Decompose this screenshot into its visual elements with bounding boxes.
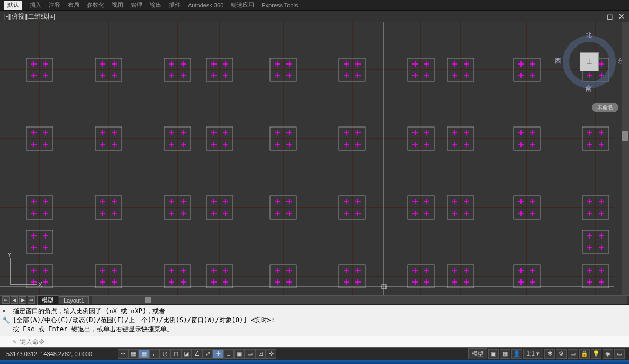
menu-item-featured[interactable]: 精选应用 — [231, 1, 254, 9]
command-input[interactable] — [20, 338, 625, 345]
tab-layout1[interactable]: Layout1 — [59, 296, 89, 304]
status-ann-auto-icon[interactable]: ✱ — [544, 349, 555, 359]
command-prompt-icon: ✎ — [13, 338, 16, 345]
status-clean-icon[interactable]: ▭ — [614, 349, 625, 359]
command-line-1: 指定窗口的角点，输入比例因子 (nX 或 nXP)，或者 — [13, 307, 625, 316]
status-3dosnap-icon[interactable]: ◪ — [181, 349, 192, 359]
status-polar-icon[interactable]: ◷ — [160, 349, 170, 359]
command-input-row: ✎ — [0, 336, 629, 347]
menu-item-express[interactable]: Express Tools — [262, 2, 298, 8]
menu-item-manage[interactable]: 管理 — [131, 1, 142, 9]
tab-last-icon[interactable]: ⇥ — [28, 296, 35, 304]
status-lwt-icon[interactable]: ≡ — [223, 349, 234, 359]
viewcube-unnamed-button[interactable]: 未命名 — [592, 103, 618, 112]
viewcube-south-label[interactable]: 南 — [586, 84, 592, 93]
command-line-2: [全部(A)/中心(C)/动态(D)/范围(E)/上一个(P)/比例(S)/窗口… — [13, 316, 625, 325]
command-tool-icon[interactable]: 🔧 — [2, 316, 10, 324]
status-sc-icon[interactable]: ⊡ — [255, 349, 266, 359]
close-icon[interactable]: ✕ — [618, 12, 625, 21]
status-toolbar-icon[interactable]: ▭ — [568, 349, 578, 359]
status-dyn-icon[interactable]: ✚ — [213, 349, 223, 359]
status-infer-icon[interactable]: ⊹ — [118, 349, 128, 359]
command-area: ✕ 🔧 指定窗口的角点，输入比例因子 (nX 或 nXP)，或者 [全部(A)/… — [0, 305, 629, 347]
horizontal-scrollbar[interactable] — [92, 296, 627, 304]
vertical-scrollbar[interactable] — [622, 22, 629, 295]
status-qp-icon[interactable]: ▭ — [245, 349, 255, 359]
status-osnap-icon[interactable]: ◻ — [170, 349, 181, 359]
status-layout-icon[interactable]: ▣ — [488, 349, 499, 359]
windows-taskbar[interactable] — [0, 360, 629, 364]
status-ann-vis-icon[interactable]: 👤 — [511, 349, 522, 359]
status-snap-icon[interactable]: ▦ — [128, 349, 139, 359]
menu-item-plugins[interactable]: 插件 — [169, 1, 181, 9]
tab-next-icon[interactable]: ▶ — [19, 296, 26, 304]
status-scale-button[interactable]: 1:1 ▾ — [523, 349, 543, 359]
status-coordinates: 53173.0312, 14348.2782, 0.0000 — [4, 351, 115, 357]
viewcube-north-label[interactable]: 北 — [586, 31, 592, 40]
status-tpy-icon[interactable]: ▣ — [234, 349, 245, 359]
tab-first-icon[interactable]: ⇤ — [2, 296, 10, 304]
status-ducs-icon[interactable]: ↗ — [202, 349, 213, 359]
drawing-canvas[interactable] — [0, 22, 629, 295]
status-isolate-icon[interactable]: ◉ — [603, 349, 613, 359]
viewcube[interactable]: 上 北 南 东 西 未命名 — [560, 33, 618, 91]
status-otrack-icon[interactable]: ∠ — [192, 349, 202, 359]
viewcube-west-label[interactable]: 西 — [555, 57, 561, 66]
menu-bar: 默认 插入 注释 布局 参数化 视图 管理 输出 插件 Autodesk 360… — [0, 0, 629, 11]
h-scrollbar-thumb[interactable] — [145, 297, 151, 303]
drawing-area[interactable]: 上 北 南 东 西 未命名 X Y — [0, 22, 629, 295]
status-ortho-icon[interactable]: ⌐ — [149, 349, 160, 359]
command-close-icon[interactable]: ✕ — [2, 307, 6, 314]
status-ws-icon[interactable]: ⚙ — [556, 349, 567, 359]
menu-item-parametric[interactable]: 参数化 — [87, 1, 104, 9]
menu-item-insert[interactable]: 插入 — [30, 1, 41, 9]
status-am-icon[interactable]: ⊹ — [266, 349, 276, 359]
command-history: ✕ 🔧 指定窗口的角点，输入比例因子 (nX 或 nXP)，或者 [全部(A)/… — [0, 305, 629, 336]
tab-model[interactable]: 模型 — [37, 295, 58, 305]
status-qv-icon[interactable]: ▦ — [500, 349, 510, 359]
status-model-button[interactable]: 模型 — [468, 348, 487, 359]
scrollbar-thumb[interactable] — [622, 131, 628, 141]
menu-item-view[interactable]: 视图 — [112, 1, 123, 9]
status-grid-icon[interactable]: ▦ — [139, 349, 149, 359]
menu-item-default[interactable]: 默认 — [4, 1, 22, 10]
menu-item-autodesk360[interactable]: Autodesk 360 — [188, 2, 223, 8]
status-bar: 53173.0312, 14348.2782, 0.0000 ⊹ ▦ ▦ ⌐ ◷… — [0, 347, 629, 360]
menu-item-output[interactable]: 输出 — [150, 1, 161, 9]
minimize-icon[interactable]: — — [594, 12, 601, 21]
viewcube-top-face[interactable]: 上 — [580, 52, 599, 71]
viewport-label[interactable]: [-][俯视][二维线框] — [4, 12, 55, 21]
tab-prev-icon[interactable]: ◀ — [11, 296, 18, 304]
menu-item-layout[interactable]: 布局 — [68, 1, 79, 9]
command-line-3: 按 Esc 或 Enter 键退出，或单击右键显示快捷菜单。 — [13, 325, 625, 334]
tabs-bar: ⇤ ◀ ▶ ⇥ 模型 Layout1 — [0, 295, 629, 305]
viewport-header: [-][俯视][二维线框] — ◻ ✕ — [0, 11, 629, 22]
status-lock-icon[interactable]: 🔒 — [579, 349, 590, 359]
status-hardware-icon[interactable]: 💡 — [591, 349, 601, 359]
menu-item-annotate[interactable]: 注释 — [49, 1, 60, 9]
maximize-icon[interactable]: ◻ — [607, 12, 613, 21]
